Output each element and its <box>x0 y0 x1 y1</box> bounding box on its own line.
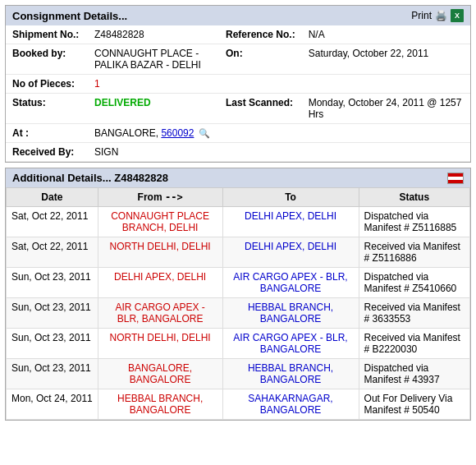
from-cell: NORTH DELHI, DELHI <box>98 329 222 359</box>
status-cell: Dispatched via Manifest # Z5116885 <box>359 207 469 237</box>
to-cell: SAHAKARNAGAR, BANGALORE <box>222 389 359 420</box>
last-scanned-value: Monday, October 24, 2011 @ 1257 Hrs <box>302 94 470 124</box>
tracking-table: Date From --> To Status Sat, Oct 22, 201… <box>6 187 470 420</box>
table-row: Sun, Oct 23, 2011DELHI APEX, DELHIAIR CA… <box>7 268 470 298</box>
print-area: Print 🖨️ X <box>411 9 464 22</box>
consignment-table: Shipment No.: Z48482828 Reference No.: N… <box>6 25 470 162</box>
additional-section: Additional Details... Z48482828 Date Fro… <box>5 168 471 421</box>
shipment-value: Z48482828 <box>88 25 219 44</box>
col-from: From --> <box>98 188 222 207</box>
status-cell: Out For Delivery Via Manifest # 50540 <box>359 389 469 420</box>
table-row: Sun, Oct 23, 2011BANGALORE, BANGALOREHEB… <box>7 359 470 389</box>
excel-icon[interactable]: X <box>451 9 464 22</box>
col-to: To <box>222 188 359 207</box>
date-cell: Sat, Oct 22, 2011 <box>7 207 98 237</box>
tracking-header-row: Date From --> To Status <box>7 188 470 207</box>
col-status: Status <box>359 188 469 207</box>
additional-title: Additional Details... Z48482828 <box>12 172 168 184</box>
status-cell: Received via Manifest # B2220030 <box>359 329 469 359</box>
shipment-row: Shipment No.: Z48482828 Reference No.: N… <box>6 25 470 44</box>
at-value: BANGALORE, 560092 🔍 <box>88 124 219 143</box>
status-label: Status: <box>6 94 88 124</box>
to-cell: HEBBAL BRANCH, BANGALORE <box>222 359 359 389</box>
print-label: Print <box>411 10 432 21</box>
booked-value: CONNAUGHT PLACE - PALIKA BAZAR - DELHI <box>88 44 219 75</box>
status-cell: Received via Manifest # 3633553 <box>359 298 469 329</box>
status-cell: Dispatched via Manifest # 43937 <box>359 359 469 389</box>
status-row: Status: DELIVERED Last Scanned: Monday, … <box>6 94 470 124</box>
to-cell: HEBBAL BRANCH, BANGALORE <box>222 298 359 329</box>
received-row: Received By: SIGN <box>6 143 470 162</box>
pieces-row: No of Pieces: 1 <box>6 75 470 94</box>
pieces-value: 1 <box>88 75 219 94</box>
received-label: Received By: <box>6 143 88 162</box>
table-row: Sun, Oct 23, 2011AIR CARGO APEX - BLR, B… <box>7 298 470 329</box>
reference-value: N/A <box>302 25 470 44</box>
table-row: Sat, Oct 22, 2011NORTH DELHI, DELHIDELHI… <box>7 237 470 268</box>
status-value: DELIVERED <box>88 94 219 124</box>
search-icon: 🔍 <box>199 128 210 138</box>
flag-icon <box>447 173 464 184</box>
from-cell: AIR CARGO APEX - BLR, BANGALORE <box>98 298 222 329</box>
date-cell: Mon, Oct 24, 2011 <box>7 389 98 420</box>
from-cell: HEBBAL BRANCH, BANGALORE <box>98 389 222 420</box>
status-cell: Received via Manifest # Z5116886 <box>359 237 469 268</box>
table-row: Sun, Oct 23, 2011NORTH DELHI, DELHIAIR C… <box>7 329 470 359</box>
last-scanned-label: Last Scanned: <box>219 94 302 124</box>
pieces-label: No of Pieces: <box>6 75 88 94</box>
date-cell: Sun, Oct 23, 2011 <box>7 268 98 298</box>
from-cell: BANGALORE, BANGALORE <box>98 359 222 389</box>
received-value: SIGN <box>88 143 219 162</box>
on-label: On: <box>219 44 302 75</box>
table-row: Sat, Oct 22, 2011CONNAUGHT PLACE BRANCH,… <box>7 207 470 237</box>
shipment-label: Shipment No.: <box>6 25 88 44</box>
booked-label: Booked by: <box>6 44 88 75</box>
to-cell: DELHI APEX, DELHI <box>222 207 359 237</box>
status-cell: Dispatched via Manifest # Z5410660 <box>359 268 469 298</box>
col-date: Date <box>7 188 98 207</box>
additional-header: Additional Details... Z48482828 <box>6 168 470 187</box>
consignment-section: Consignment Details... Print 🖨️ X Shipme… <box>5 5 471 163</box>
date-cell: Sun, Oct 23, 2011 <box>7 359 98 389</box>
print-icon[interactable]: 🖨️ <box>435 10 447 21</box>
to-cell: AIR CARGO APEX - BLR, BANGALORE <box>222 268 359 298</box>
at-row: At : BANGALORE, 560092 🔍 <box>6 124 470 143</box>
reference-label: Reference No.: <box>219 25 302 44</box>
date-cell: Sun, Oct 23, 2011 <box>7 298 98 329</box>
from-cell: DELHI APEX, DELHI <box>98 268 222 298</box>
date-cell: Sat, Oct 22, 2011 <box>7 237 98 268</box>
from-cell: CONNAUGHT PLACE BRANCH, DELHI <box>98 207 222 237</box>
at-label: At : <box>6 124 88 143</box>
to-cell: DELHI APEX, DELHI <box>222 237 359 268</box>
consignment-header: Consignment Details... Print 🖨️ X <box>6 6 470 25</box>
pin-link[interactable]: 560092 <box>161 127 194 139</box>
on-value: Saturday, October 22, 2011 <box>302 44 470 75</box>
from-cell: NORTH DELHI, DELHI <box>98 237 222 268</box>
booked-row: Booked by: CONNAUGHT PLACE - PALIKA BAZA… <box>6 44 470 75</box>
date-cell: Sun, Oct 23, 2011 <box>7 329 98 359</box>
table-row: Mon, Oct 24, 2011HEBBAL BRANCH, BANGALOR… <box>7 389 470 420</box>
consignment-title: Consignment Details... <box>12 10 127 22</box>
to-cell: AIR CARGO APEX - BLR, BANGALORE <box>222 329 359 359</box>
